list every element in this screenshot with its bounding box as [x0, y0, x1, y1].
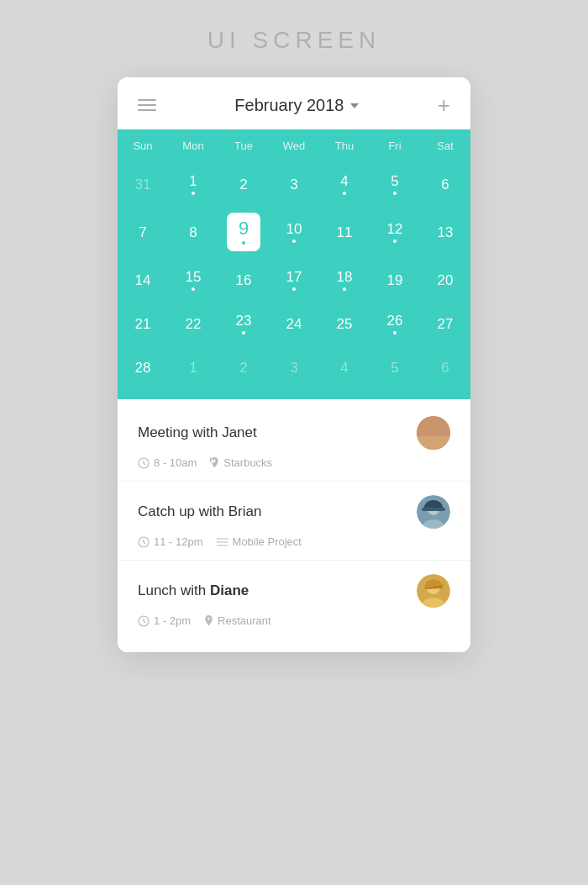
- selected-date[interactable]: 9: [218, 206, 269, 258]
- table-row[interactable]: 11: [319, 206, 370, 258]
- table-row[interactable]: 21: [118, 302, 168, 345]
- table-row[interactable]: 10: [269, 206, 319, 258]
- avatar: [417, 495, 450, 529]
- day-labels-row: Sun Mon Tue Wed Thu Fri Sat: [118, 129, 470, 159]
- event-time: 8 - 10am: [138, 456, 197, 469]
- table-row[interactable]: 1: [168, 345, 218, 389]
- table-row[interactable]: 6: [420, 162, 470, 206]
- table-row[interactable]: 18: [319, 258, 370, 302]
- event-dot: [393, 240, 396, 243]
- table-row[interactable]: 14: [118, 258, 168, 302]
- day-label-sun: Sun: [118, 136, 168, 155]
- event-dot: [393, 331, 396, 335]
- table-row[interactable]: 3: [269, 162, 319, 206]
- avatar: [417, 416, 450, 450]
- event-title: Lunch with Diane: [138, 582, 249, 599]
- event-meta: 11 - 12pm Mobile Project: [138, 535, 450, 548]
- table-row[interactable]: 7: [118, 206, 168, 258]
- table-row[interactable]: 19: [370, 258, 420, 302]
- clock-icon: [138, 457, 150, 469]
- table-row[interactable]: 16: [218, 258, 269, 302]
- event-dot: [292, 287, 296, 291]
- table-row[interactable]: 5: [370, 162, 420, 206]
- event-item-janet[interactable]: Meeting with Janet: [118, 403, 470, 482]
- table-row[interactable]: 27: [420, 302, 470, 345]
- event-top: Catch up with Brian: [138, 495, 450, 529]
- event-dot: [192, 192, 195, 195]
- table-row[interactable]: 2: [218, 162, 269, 206]
- event-location: Starbucks: [210, 456, 272, 469]
- event-meta: 1 - 2pm Restaurant: [138, 614, 450, 627]
- day-label-sat: Sat: [420, 136, 470, 155]
- event-item-brian[interactable]: Catch up with Brian: [118, 482, 470, 561]
- today-highlight: 9: [227, 213, 260, 251]
- event-title: Meeting with Janet: [138, 424, 257, 441]
- svg-point-1: [427, 423, 440, 436]
- events-section: Meeting with Janet: [118, 399, 470, 652]
- menu-button[interactable]: [138, 99, 156, 111]
- table-row[interactable]: 15: [168, 258, 218, 302]
- location-icon: [204, 615, 213, 627]
- calendar-header: February 2018 +: [118, 77, 470, 129]
- event-title: Catch up with Brian: [138, 503, 261, 520]
- event-meta: 8 - 10am Starbucks: [138, 456, 450, 469]
- svg-point-2: [422, 440, 445, 450]
- page-wrapper: UI SCREEN February 2018 + Sun Mon Tue We…: [0, 0, 588, 885]
- calendar-grid: Sun Mon Tue Wed Thu Fri Sat 31 1 2 3 4 5…: [118, 129, 470, 399]
- day-label-tue: Tue: [218, 136, 269, 155]
- event-tag: Mobile Project: [217, 535, 302, 548]
- list-icon: [217, 537, 228, 547]
- event-dot: [292, 240, 296, 243]
- event-top: Meeting with Janet: [138, 416, 450, 450]
- table-row[interactable]: 8: [168, 206, 218, 258]
- table-row[interactable]: 20: [420, 258, 470, 302]
- table-row[interactable]: 17: [269, 258, 319, 302]
- event-dot: [393, 192, 396, 195]
- table-row[interactable]: 2: [218, 345, 269, 389]
- svg-rect-8: [422, 508, 445, 511]
- event-top: Lunch with Diane: [138, 574, 450, 608]
- table-row[interactable]: 28: [118, 345, 168, 389]
- table-row[interactable]: 26: [370, 302, 420, 345]
- day-label-fri: Fri: [370, 136, 420, 155]
- event-dot: [343, 192, 346, 195]
- table-row[interactable]: 1: [168, 162, 218, 206]
- event-dot: [242, 241, 245, 245]
- table-row[interactable]: 4: [319, 162, 370, 206]
- day-label-mon: Mon: [168, 136, 218, 155]
- table-row[interactable]: 31: [118, 162, 168, 206]
- clock-icon: [138, 536, 150, 548]
- svg-point-4: [213, 459, 216, 461]
- day-label-thu: Thu: [319, 136, 370, 155]
- chevron-down-icon: [350, 103, 359, 108]
- dates-grid: 31 1 2 3 4 5 6 7 8 9 10 11 12: [118, 159, 470, 399]
- event-time: 1 - 2pm: [138, 614, 191, 627]
- table-row[interactable]: 12: [370, 206, 420, 258]
- phone-frame: February 2018 + Sun Mon Tue Wed Thu Fri …: [118, 77, 470, 652]
- month-label: February 2018: [234, 96, 344, 115]
- event-dot: [242, 331, 245, 335]
- table-row[interactable]: 22: [168, 302, 218, 345]
- page-title: UI SCREEN: [207, 27, 381, 54]
- month-selector[interactable]: February 2018: [234, 96, 359, 115]
- avatar: [417, 574, 450, 608]
- table-row[interactable]: 25: [319, 302, 370, 345]
- table-row[interactable]: 6: [420, 345, 470, 389]
- event-location: Restaurant: [204, 614, 271, 627]
- event-dot: [343, 287, 346, 291]
- event-time: 11 - 12pm: [138, 535, 203, 548]
- table-row[interactable]: 24: [269, 302, 319, 345]
- table-row[interactable]: 13: [420, 206, 470, 258]
- clock-icon: [138, 615, 150, 627]
- event-item-diane[interactable]: Lunch with Diane: [118, 561, 470, 639]
- svg-point-17: [207, 617, 210, 619]
- table-row[interactable]: 3: [269, 345, 319, 389]
- event-dot: [192, 287, 195, 291]
- add-event-button[interactable]: +: [438, 94, 450, 116]
- table-row[interactable]: 5: [370, 345, 420, 389]
- location-icon: [210, 457, 219, 469]
- table-row[interactable]: 4: [319, 345, 370, 389]
- day-label-wed: Wed: [269, 136, 319, 155]
- svg-point-0: [417, 416, 450, 450]
- table-row[interactable]: 23: [218, 302, 269, 345]
